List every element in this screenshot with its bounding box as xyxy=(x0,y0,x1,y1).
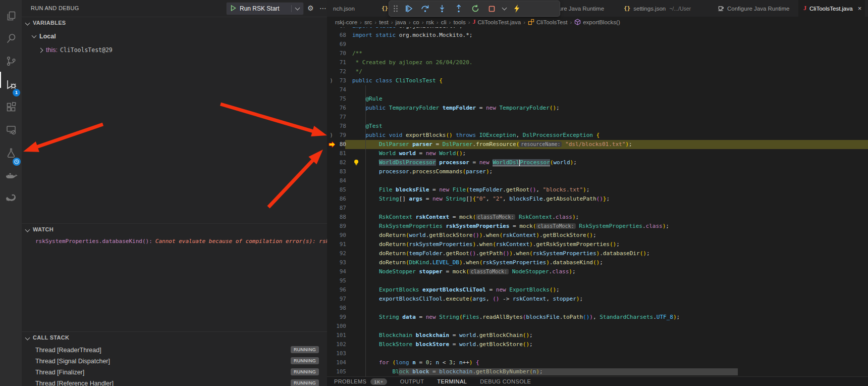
code-line-84[interactable]: 84 xyxy=(327,176,868,185)
code-line-74[interactable]: 74 xyxy=(327,85,868,94)
breadcrumb-item[interactable]: tools xyxy=(453,19,465,25)
code-line-80[interactable]: 80 DslParser parser = DslParser.fromReso… xyxy=(327,140,868,149)
tab-settings-json[interactable]: {} settings.json ~/.../User xyxy=(619,0,713,17)
explorer-icon[interactable] xyxy=(0,5,22,27)
code-line-98[interactable]: 98 xyxy=(327,304,868,313)
line-number[interactable]: 78 xyxy=(335,122,346,131)
panel-tab-terminal[interactable]: TERMINAL xyxy=(437,378,467,384)
lightbulb-icon[interactable] xyxy=(353,159,359,169)
line-number[interactable]: 98 xyxy=(335,304,346,313)
code-line-71[interactable]: 71 * Created by ajlopez on 26/04/2020. xyxy=(327,58,868,67)
variables-section-header[interactable]: VARIABLES xyxy=(22,17,327,28)
breadcrumb-item[interactable]: test xyxy=(379,19,389,25)
line-number[interactable]: 94 xyxy=(335,267,346,276)
code-line-68[interactable]: 68import static org.mockito.Mockito.*; xyxy=(327,31,868,40)
vari-this-row[interactable]: this: CliToolsTest@29 xyxy=(22,44,344,56)
code-line-83[interactable]: 83 processor.processCommands(parser); xyxy=(327,167,868,176)
tab-partial-next[interactable]: J xyxy=(865,0,868,17)
code-line-79[interactable]: )79 public void exportBlocks() throws IO… xyxy=(327,131,868,140)
stop-button[interactable] xyxy=(483,2,500,15)
line-number[interactable]: 74 xyxy=(335,85,346,94)
line-number[interactable]: 100 xyxy=(335,322,346,331)
line-number[interactable]: 86 xyxy=(335,195,346,204)
line-number[interactable]: 103 xyxy=(335,349,346,358)
code-line-99[interactable]: 99 String data = new String(Files.readAl… xyxy=(327,313,868,322)
breadcrumb-item[interactable]: CliToolsTest xyxy=(528,19,567,25)
code-line-105[interactable]: 105 Block block = blockchain.getBlockByN… xyxy=(327,367,868,376)
line-number[interactable]: 87 xyxy=(335,204,346,213)
line-number[interactable]: 81 xyxy=(335,149,346,158)
code-line-75[interactable]: 75 @Rule xyxy=(327,94,868,104)
breadcrumb-item[interactable]: co xyxy=(413,19,419,25)
line-number[interactable]: 76 xyxy=(335,104,346,113)
breadcrumb-item[interactable]: cli xyxy=(441,19,447,25)
code-line-73[interactable]: )73public class CliToolsTest { xyxy=(327,76,868,85)
launch-config-dropdown[interactable]: Run RSK Start xyxy=(226,2,304,15)
thread-row[interactable]: Thread [Reference Handler] RUNNING xyxy=(22,378,327,386)
line-number[interactable]: 69 xyxy=(335,40,346,49)
line-number[interactable]: 72 xyxy=(335,67,346,76)
code-line-87[interactable]: 87 xyxy=(327,204,868,213)
line-number[interactable]: 91 xyxy=(335,240,346,249)
code-line-69[interactable]: 69 xyxy=(327,40,868,49)
breadcrumb-item[interactable]: rskj-core xyxy=(335,19,357,25)
tab-clitoolstest-java[interactable]: J CliToolsTest.java × xyxy=(798,0,865,17)
code-line-67[interactable]: 67import static org.junit.Assert.*; xyxy=(327,27,868,31)
code-line-100[interactable]: 100 xyxy=(327,322,868,331)
drag-handle-icon[interactable] xyxy=(391,2,400,15)
line-number[interactable]: 80 xyxy=(335,140,346,149)
thread-row[interactable]: Thread [Finalizer] RUNNING xyxy=(22,367,327,378)
thread-row[interactable]: Thread [Signal Dispatcher] RUNNING xyxy=(22,356,327,367)
watch-expression-row[interactable]: rskSystemProperties.databaseKind(): Cann… xyxy=(22,235,341,247)
code-line-81[interactable]: 81 World world = new World(); xyxy=(327,149,868,158)
line-number[interactable]: 82 xyxy=(335,158,346,167)
stop-dropdown-icon[interactable] xyxy=(500,2,508,15)
search-icon[interactable] xyxy=(0,27,22,50)
line-number[interactable]: 79 xyxy=(335,131,346,140)
line-number[interactable]: 95 xyxy=(335,276,346,285)
run-and-debug-icon[interactable]: 1 xyxy=(0,73,22,95)
code-line-89[interactable]: 89 RskSystemProperties rskSystemProperti… xyxy=(327,222,868,231)
code-line-77[interactable]: 77 xyxy=(327,113,868,122)
breadcrumb-item[interactable]: rsk xyxy=(426,19,433,25)
code-line-78[interactable]: 78 @Test xyxy=(327,122,868,131)
step-out-button[interactable] xyxy=(450,2,467,15)
panel-tab-debug-console[interactable]: DEBUG CONSOLE xyxy=(480,378,531,384)
thread-row[interactable]: Thread [ReaderThread] RUNNING xyxy=(22,345,327,356)
line-number[interactable]: 97 xyxy=(335,295,346,304)
code-line-94[interactable]: 94 NodeStopper stopper = mock(classToMoc… xyxy=(327,267,868,276)
line-number[interactable]: 84 xyxy=(335,176,346,185)
code-editor[interactable]: 67import static org.junit.Assert.*;68imp… xyxy=(327,27,868,377)
restart-button[interactable] xyxy=(467,2,483,15)
line-number[interactable]: 102 xyxy=(335,340,346,349)
code-line-95[interactable]: 95 xyxy=(327,276,868,285)
breadcrumb-item[interactable]: java xyxy=(396,19,406,25)
line-number[interactable]: 96 xyxy=(335,285,346,295)
call-stack-section-header[interactable]: CALL STACK xyxy=(22,331,327,343)
line-number[interactable]: 99 xyxy=(335,313,346,322)
code-line-85[interactable]: 85 File blocksFile = new File(tempFolder… xyxy=(327,185,868,195)
code-line-103[interactable]: 103 xyxy=(327,349,868,358)
line-number[interactable]: 90 xyxy=(335,231,346,240)
more-actions-icon[interactable]: ⋯ xyxy=(319,4,327,12)
line-number[interactable]: 101 xyxy=(335,331,346,340)
breadcrumb-item[interactable]: exportBlocks() xyxy=(574,19,620,25)
line-number[interactable]: 70 xyxy=(335,49,346,58)
docker-icon[interactable] xyxy=(0,165,22,187)
line-number[interactable]: 93 xyxy=(335,258,346,267)
breadcrumb-item[interactable]: src xyxy=(364,19,372,25)
code-line-101[interactable]: 101 Blockchain blockchain = world.getBlo… xyxy=(327,331,868,340)
line-number[interactable]: 88 xyxy=(335,213,346,222)
tab-configure-java-runtime[interactable]: Configure Java Runtime xyxy=(713,0,799,17)
close-icon[interactable]: × xyxy=(858,5,862,12)
extensions-icon[interactable] xyxy=(0,96,22,118)
tab-launch-json[interactable]: nch.json xyxy=(327,0,377,17)
code-line-72[interactable]: 72 */ xyxy=(327,67,868,76)
code-line-90[interactable]: 90 doReturn(world.getBlockStore()).when(… xyxy=(327,231,868,240)
code-line-88[interactable]: 88 RskContext rskContext = mock(classToM… xyxy=(327,213,868,222)
continue-button[interactable] xyxy=(400,2,417,15)
code-line-82[interactable]: 82 WorldDslProcessor processor = new Wor… xyxy=(327,158,868,167)
testing-icon[interactable] xyxy=(0,142,22,164)
fold-mark-icon[interactable]: ) xyxy=(328,131,335,140)
code-line-70[interactable]: 70/** xyxy=(327,49,868,58)
